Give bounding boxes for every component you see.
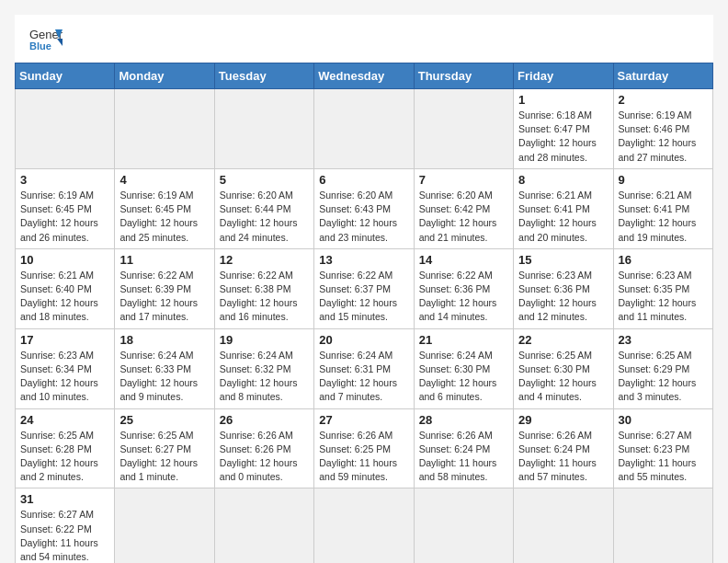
day-sun-info: Sunrise: 6:20 AM Sunset: 6:42 PM Dayligh… xyxy=(419,189,508,245)
calendar-cell: 15Sunrise: 6:23 AM Sunset: 6:36 PM Dayli… xyxy=(514,248,613,328)
day-sun-info: Sunrise: 6:25 AM Sunset: 6:28 PM Dayligh… xyxy=(20,429,109,485)
day-number: 13 xyxy=(319,253,408,267)
calendar-cell: 27Sunrise: 6:26 AM Sunset: 6:25 PM Dayli… xyxy=(314,408,414,488)
calendar-cell xyxy=(214,488,313,563)
calendar-cell xyxy=(314,89,414,169)
day-number: 29 xyxy=(518,413,608,427)
calendar-cell: 18Sunrise: 6:24 AM Sunset: 6:33 PM Dayli… xyxy=(115,328,214,408)
calendar-cell: 13Sunrise: 6:22 AM Sunset: 6:37 PM Dayli… xyxy=(314,248,414,328)
day-sun-info: Sunrise: 6:21 AM Sunset: 6:41 PM Dayligh… xyxy=(619,189,708,245)
day-number: 19 xyxy=(220,333,309,347)
calendar-cell: 30Sunrise: 6:27 AM Sunset: 6:23 PM Dayli… xyxy=(613,408,712,488)
day-number: 15 xyxy=(518,253,608,267)
col-header-wednesday: Wednesday xyxy=(314,63,414,89)
day-number: 2 xyxy=(619,93,708,107)
day-sun-info: Sunrise: 6:23 AM Sunset: 6:35 PM Dayligh… xyxy=(619,269,708,325)
calendar-cell: 5Sunrise: 6:20 AM Sunset: 6:44 PM Daylig… xyxy=(214,168,313,248)
day-number: 11 xyxy=(119,253,209,267)
day-sun-info: Sunrise: 6:19 AM Sunset: 6:45 PM Dayligh… xyxy=(20,189,109,245)
calendar-week-row: 3Sunrise: 6:19 AM Sunset: 6:45 PM Daylig… xyxy=(16,168,713,248)
calendar-cell xyxy=(115,89,214,169)
calendar-week-row: 1Sunrise: 6:18 AM Sunset: 6:47 PM Daylig… xyxy=(16,89,713,169)
calendar-cell: 20Sunrise: 6:24 AM Sunset: 6:31 PM Dayli… xyxy=(314,328,414,408)
calendar-cell: 26Sunrise: 6:26 AM Sunset: 6:26 PM Dayli… xyxy=(214,408,313,488)
calendar-week-row: 10Sunrise: 6:21 AM Sunset: 6:40 PM Dayli… xyxy=(16,248,713,328)
calendar-cell: 29Sunrise: 6:26 AM Sunset: 6:24 PM Dayli… xyxy=(514,408,613,488)
day-number: 28 xyxy=(419,413,508,427)
calendar-cell: 24Sunrise: 6:25 AM Sunset: 6:28 PM Dayli… xyxy=(16,408,115,488)
calendar-cell: 6Sunrise: 6:20 AM Sunset: 6:43 PM Daylig… xyxy=(314,168,414,248)
calendar-cell: 31Sunrise: 6:27 AM Sunset: 6:22 PM Dayli… xyxy=(16,488,115,563)
day-sun-info: Sunrise: 6:19 AM Sunset: 6:45 PM Dayligh… xyxy=(119,189,209,245)
day-sun-info: Sunrise: 6:23 AM Sunset: 6:36 PM Dayligh… xyxy=(518,269,608,325)
day-number: 6 xyxy=(319,173,408,187)
day-sun-info: Sunrise: 6:26 AM Sunset: 6:25 PM Dayligh… xyxy=(319,429,408,485)
calendar-cell xyxy=(414,89,513,169)
calendar-cell xyxy=(514,488,613,563)
calendar-cell: 9Sunrise: 6:21 AM Sunset: 6:41 PM Daylig… xyxy=(613,168,712,248)
day-number: 17 xyxy=(20,333,109,347)
calendar-cell xyxy=(115,488,214,563)
day-number: 22 xyxy=(518,333,608,347)
calendar-cell: 7Sunrise: 6:20 AM Sunset: 6:42 PM Daylig… xyxy=(414,168,513,248)
day-sun-info: Sunrise: 6:26 AM Sunset: 6:26 PM Dayligh… xyxy=(220,429,309,485)
day-number: 10 xyxy=(20,253,109,267)
calendar-cell: 3Sunrise: 6:19 AM Sunset: 6:45 PM Daylig… xyxy=(16,168,115,248)
day-number: 8 xyxy=(518,173,608,187)
col-header-sunday: Sunday xyxy=(16,63,115,89)
calendar-cell: 28Sunrise: 6:26 AM Sunset: 6:24 PM Dayli… xyxy=(414,408,513,488)
calendar-page: General Blue SundayMondayTuesdayWednesda… xyxy=(15,15,713,563)
calendar-cell: 19Sunrise: 6:24 AM Sunset: 6:32 PM Dayli… xyxy=(214,328,313,408)
day-number: 21 xyxy=(419,333,508,347)
day-sun-info: Sunrise: 6:19 AM Sunset: 6:46 PM Dayligh… xyxy=(619,109,708,165)
day-sun-info: Sunrise: 6:21 AM Sunset: 6:41 PM Dayligh… xyxy=(518,189,608,245)
day-number: 5 xyxy=(220,173,309,187)
svg-marker-3 xyxy=(57,39,63,46)
calendar-cell: 16Sunrise: 6:23 AM Sunset: 6:35 PM Dayli… xyxy=(613,248,712,328)
calendar-header-row: SundayMondayTuesdayWednesdayThursdayFrid… xyxy=(16,63,713,89)
day-sun-info: Sunrise: 6:18 AM Sunset: 6:47 PM Dayligh… xyxy=(518,109,608,165)
day-number: 31 xyxy=(20,492,109,506)
day-sun-info: Sunrise: 6:20 AM Sunset: 6:44 PM Dayligh… xyxy=(220,189,309,245)
day-number: 7 xyxy=(419,173,508,187)
day-sun-info: Sunrise: 6:24 AM Sunset: 6:33 PM Dayligh… xyxy=(119,349,209,405)
day-sun-info: Sunrise: 6:25 AM Sunset: 6:30 PM Dayligh… xyxy=(518,349,608,405)
calendar-cell: 12Sunrise: 6:22 AM Sunset: 6:38 PM Dayli… xyxy=(214,248,313,328)
day-sun-info: Sunrise: 6:21 AM Sunset: 6:40 PM Dayligh… xyxy=(20,269,109,325)
calendar-cell xyxy=(214,89,313,169)
day-sun-info: Sunrise: 6:26 AM Sunset: 6:24 PM Dayligh… xyxy=(518,429,608,485)
calendar-cell: 22Sunrise: 6:25 AM Sunset: 6:30 PM Dayli… xyxy=(514,328,613,408)
calendar-cell: 10Sunrise: 6:21 AM Sunset: 6:40 PM Dayli… xyxy=(16,248,115,328)
day-number: 30 xyxy=(619,413,708,427)
day-sun-info: Sunrise: 6:27 AM Sunset: 6:23 PM Dayligh… xyxy=(619,429,708,485)
day-number: 18 xyxy=(119,333,209,347)
svg-text:Blue: Blue xyxy=(29,40,51,52)
col-header-monday: Monday xyxy=(115,63,214,89)
calendar-cell: 14Sunrise: 6:22 AM Sunset: 6:36 PM Dayli… xyxy=(414,248,513,328)
calendar-cell: 4Sunrise: 6:19 AM Sunset: 6:45 PM Daylig… xyxy=(115,168,214,248)
day-sun-info: Sunrise: 6:22 AM Sunset: 6:36 PM Dayligh… xyxy=(419,269,508,325)
day-sun-info: Sunrise: 6:26 AM Sunset: 6:24 PM Dayligh… xyxy=(419,429,508,485)
calendar-week-row: 17Sunrise: 6:23 AM Sunset: 6:34 PM Dayli… xyxy=(16,328,713,408)
day-number: 25 xyxy=(119,413,209,427)
calendar-week-row: 31Sunrise: 6:27 AM Sunset: 6:22 PM Dayli… xyxy=(16,488,713,563)
day-sun-info: Sunrise: 6:24 AM Sunset: 6:30 PM Dayligh… xyxy=(419,349,508,405)
calendar-cell: 25Sunrise: 6:25 AM Sunset: 6:27 PM Dayli… xyxy=(115,408,214,488)
day-number: 20 xyxy=(319,333,408,347)
day-number: 3 xyxy=(20,173,109,187)
calendar-cell: 11Sunrise: 6:22 AM Sunset: 6:39 PM Dayli… xyxy=(115,248,214,328)
calendar-cell xyxy=(414,488,513,563)
calendar-cell: 2Sunrise: 6:19 AM Sunset: 6:46 PM Daylig… xyxy=(613,89,712,169)
day-number: 14 xyxy=(419,253,508,267)
header: General Blue xyxy=(15,15,713,59)
generalblue-logo-icon: General Blue xyxy=(29,26,63,52)
day-sun-info: Sunrise: 6:25 AM Sunset: 6:27 PM Dayligh… xyxy=(119,429,209,485)
calendar-week-row: 24Sunrise: 6:25 AM Sunset: 6:28 PM Dayli… xyxy=(16,408,713,488)
day-number: 12 xyxy=(220,253,309,267)
col-header-tuesday: Tuesday xyxy=(214,63,313,89)
calendar-cell: 1Sunrise: 6:18 AM Sunset: 6:47 PM Daylig… xyxy=(514,89,613,169)
calendar-table: SundayMondayTuesdayWednesdayThursdayFrid… xyxy=(15,63,713,563)
calendar-cell: 8Sunrise: 6:21 AM Sunset: 6:41 PM Daylig… xyxy=(514,168,613,248)
day-number: 4 xyxy=(119,173,209,187)
col-header-thursday: Thursday xyxy=(414,63,513,89)
